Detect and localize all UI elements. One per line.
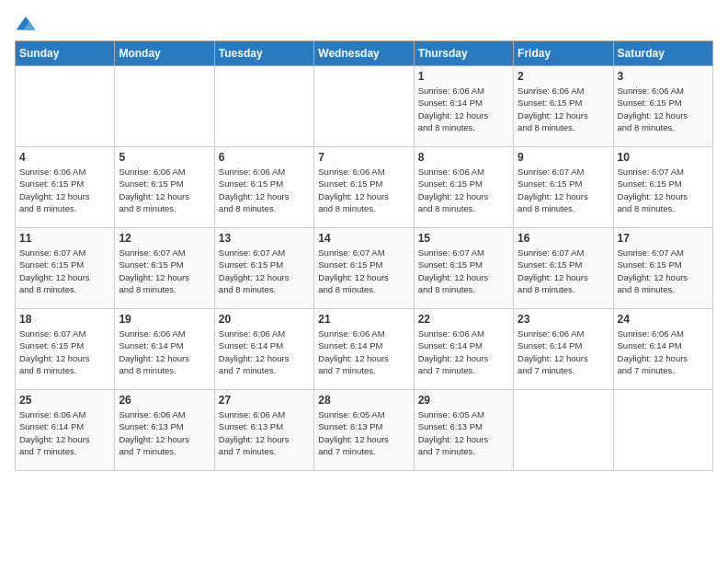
calendar-cell: 25Sunrise: 6:06 AM Sunset: 6:14 PM Dayli… (16, 390, 115, 471)
calendar-cell: 1Sunrise: 6:06 AM Sunset: 6:14 PM Daylig… (414, 66, 513, 147)
calendar-cell: 28Sunrise: 6:05 AM Sunset: 6:13 PM Dayli… (314, 390, 414, 471)
calendar-cell: 7Sunrise: 6:06 AM Sunset: 6:15 PM Daylig… (314, 147, 414, 228)
weekday-header-row: SundayMondayTuesdayWednesdayThursdayFrid… (16, 41, 713, 66)
weekday-header-friday: Friday (514, 41, 613, 66)
day-info: Sunrise: 6:06 AM Sunset: 6:15 PM Dayligh… (418, 166, 509, 214)
day-info: Sunrise: 6:06 AM Sunset: 6:15 PM Dayligh… (219, 166, 310, 214)
day-number: 4 (19, 151, 110, 164)
calendar-cell (613, 390, 712, 471)
day-number: 7 (318, 151, 409, 164)
calendar-cell: 22Sunrise: 6:06 AM Sunset: 6:14 PM Dayli… (414, 309, 513, 390)
calendar-cell (214, 66, 313, 147)
day-number: 27 (219, 394, 310, 407)
day-info: Sunrise: 6:07 AM Sunset: 6:15 PM Dayligh… (219, 247, 310, 295)
calendar-cell: 14Sunrise: 6:07 AM Sunset: 6:15 PM Dayli… (314, 228, 414, 309)
day-number: 21 (318, 313, 409, 326)
calendar-cell: 4Sunrise: 6:06 AM Sunset: 6:15 PM Daylig… (16, 147, 115, 228)
day-number: 26 (119, 394, 210, 407)
calendar-week-row: 11Sunrise: 6:07 AM Sunset: 6:15 PM Dayli… (16, 228, 713, 309)
weekday-header-wednesday: Wednesday (314, 41, 414, 66)
day-info: Sunrise: 6:06 AM Sunset: 6:14 PM Dayligh… (219, 327, 310, 376)
calendar-cell: 10Sunrise: 6:07 AM Sunset: 6:15 PM Dayli… (613, 147, 712, 228)
day-number: 3 (618, 70, 709, 83)
day-number: 16 (518, 232, 609, 245)
calendar-table: SundayMondayTuesdayWednesdayThursdayFrid… (15, 40, 713, 471)
day-info: Sunrise: 6:06 AM Sunset: 6:13 PM Dayligh… (119, 408, 210, 457)
day-number: 14 (318, 232, 409, 245)
day-info: Sunrise: 6:07 AM Sunset: 6:15 PM Dayligh… (518, 247, 609, 295)
day-info: Sunrise: 6:07 AM Sunset: 6:15 PM Dayligh… (618, 166, 709, 214)
day-number: 8 (418, 151, 509, 164)
day-info: Sunrise: 6:07 AM Sunset: 6:15 PM Dayligh… (19, 247, 110, 295)
calendar-cell: 17Sunrise: 6:07 AM Sunset: 6:15 PM Dayli… (613, 228, 712, 309)
day-number: 10 (618, 151, 709, 164)
day-info: Sunrise: 6:06 AM Sunset: 6:15 PM Dayligh… (318, 166, 409, 214)
calendar-week-row: 25Sunrise: 6:06 AM Sunset: 6:14 PM Dayli… (16, 390, 713, 471)
day-info: Sunrise: 6:07 AM Sunset: 6:15 PM Dayligh… (618, 247, 709, 295)
day-number: 15 (418, 232, 509, 245)
weekday-header-sunday: Sunday (16, 41, 115, 66)
weekday-header-monday: Monday (115, 41, 214, 66)
day-number: 9 (518, 151, 609, 164)
day-info: Sunrise: 6:06 AM Sunset: 6:15 PM Dayligh… (119, 166, 210, 214)
calendar-cell: 11Sunrise: 6:07 AM Sunset: 6:15 PM Dayli… (16, 228, 115, 309)
day-number: 23 (518, 313, 609, 326)
calendar-cell (514, 390, 613, 471)
day-number: 11 (19, 232, 110, 245)
calendar-cell: 24Sunrise: 6:06 AM Sunset: 6:14 PM Dayli… (613, 309, 712, 390)
day-number: 2 (518, 70, 609, 83)
calendar-cell: 20Sunrise: 6:06 AM Sunset: 6:14 PM Dayli… (214, 309, 313, 390)
page-header (15, 15, 713, 33)
calendar-week-row: 4Sunrise: 6:06 AM Sunset: 6:15 PM Daylig… (16, 147, 713, 228)
calendar-cell: 16Sunrise: 6:07 AM Sunset: 6:15 PM Dayli… (514, 228, 613, 309)
day-number: 24 (618, 313, 709, 326)
day-info: Sunrise: 6:05 AM Sunset: 6:13 PM Dayligh… (418, 408, 509, 457)
logo (15, 15, 40, 33)
calendar-cell: 8Sunrise: 6:06 AM Sunset: 6:15 PM Daylig… (414, 147, 513, 228)
day-info: Sunrise: 6:07 AM Sunset: 6:15 PM Dayligh… (518, 166, 609, 214)
day-number: 19 (119, 313, 210, 326)
calendar-cell: 21Sunrise: 6:06 AM Sunset: 6:14 PM Dayli… (314, 309, 414, 390)
calendar-cell: 18Sunrise: 6:07 AM Sunset: 6:15 PM Dayli… (16, 309, 115, 390)
day-info: Sunrise: 6:06 AM Sunset: 6:14 PM Dayligh… (119, 327, 210, 376)
calendar-cell: 6Sunrise: 6:06 AM Sunset: 6:15 PM Daylig… (214, 147, 313, 228)
day-info: Sunrise: 6:06 AM Sunset: 6:14 PM Dayligh… (19, 408, 110, 457)
calendar-cell: 19Sunrise: 6:06 AM Sunset: 6:14 PM Dayli… (115, 309, 214, 390)
weekday-header-saturday: Saturday (613, 41, 712, 66)
day-number: 20 (219, 313, 310, 326)
calendar-cell: 9Sunrise: 6:07 AM Sunset: 6:15 PM Daylig… (514, 147, 613, 228)
day-number: 22 (418, 313, 509, 326)
calendar-cell: 5Sunrise: 6:06 AM Sunset: 6:15 PM Daylig… (115, 147, 214, 228)
day-info: Sunrise: 6:06 AM Sunset: 6:13 PM Dayligh… (219, 408, 310, 457)
day-info: Sunrise: 6:07 AM Sunset: 6:15 PM Dayligh… (418, 247, 509, 295)
day-number: 6 (219, 151, 310, 164)
day-info: Sunrise: 6:07 AM Sunset: 6:15 PM Dayligh… (119, 247, 210, 295)
calendar-cell (115, 66, 214, 147)
day-number: 17 (618, 232, 709, 245)
day-info: Sunrise: 6:07 AM Sunset: 6:15 PM Dayligh… (19, 327, 110, 376)
day-info: Sunrise: 6:06 AM Sunset: 6:14 PM Dayligh… (618, 327, 709, 376)
day-number: 29 (418, 394, 509, 407)
day-info: Sunrise: 6:06 AM Sunset: 6:14 PM Dayligh… (518, 327, 609, 376)
calendar-week-row: 1Sunrise: 6:06 AM Sunset: 6:14 PM Daylig… (16, 66, 713, 147)
day-info: Sunrise: 6:05 AM Sunset: 6:13 PM Dayligh… (318, 408, 409, 457)
calendar-cell (314, 66, 414, 147)
calendar-cell: 2Sunrise: 6:06 AM Sunset: 6:15 PM Daylig… (514, 66, 613, 147)
day-info: Sunrise: 6:06 AM Sunset: 6:14 PM Dayligh… (318, 327, 409, 376)
day-number: 28 (318, 394, 409, 407)
calendar-cell: 3Sunrise: 6:06 AM Sunset: 6:15 PM Daylig… (613, 66, 712, 147)
day-number: 12 (119, 232, 210, 245)
weekday-header-tuesday: Tuesday (214, 41, 313, 66)
day-info: Sunrise: 6:06 AM Sunset: 6:15 PM Dayligh… (19, 166, 110, 214)
day-number: 18 (19, 313, 110, 326)
day-info: Sunrise: 6:06 AM Sunset: 6:14 PM Dayligh… (418, 85, 509, 133)
day-number: 25 (19, 394, 110, 407)
weekday-header-thursday: Thursday (414, 41, 513, 66)
calendar-cell: 26Sunrise: 6:06 AM Sunset: 6:13 PM Dayli… (115, 390, 214, 471)
day-number: 13 (219, 232, 310, 245)
calendar-cell: 15Sunrise: 6:07 AM Sunset: 6:15 PM Dayli… (414, 228, 513, 309)
calendar-week-row: 18Sunrise: 6:07 AM Sunset: 6:15 PM Dayli… (16, 309, 713, 390)
calendar-cell (16, 66, 115, 147)
day-info: Sunrise: 6:06 AM Sunset: 6:14 PM Dayligh… (418, 327, 509, 376)
calendar-cell: 23Sunrise: 6:06 AM Sunset: 6:14 PM Dayli… (514, 309, 613, 390)
